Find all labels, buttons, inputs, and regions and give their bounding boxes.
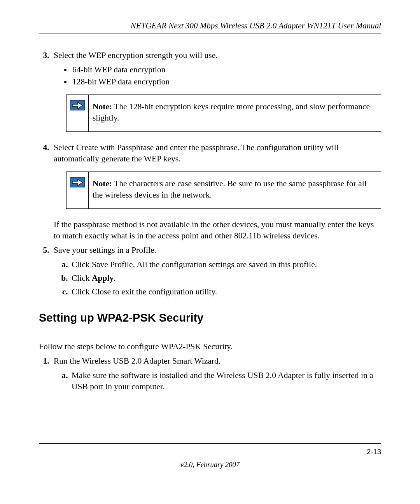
step-4-text: Select Create with Passphrase and enter … [54, 143, 339, 163]
step-5a: Click Save Profile. All the configuratio… [70, 259, 381, 270]
section-intro: Follow the steps below to configure WPA2… [39, 342, 381, 352]
note-box-1: Note: The 128-bit encryption keys requir… [66, 94, 381, 132]
sec-step-1-text: Run the Wireless USB 2.0 Adapter Smart W… [54, 356, 220, 366]
step-5c: Click Close to exit the configuration ut… [70, 286, 381, 298]
page: NETGEAR Next 300 Mbps Wireless USB 2.0 A… [0, 0, 420, 504]
note-2-label: Note: [93, 179, 112, 188]
step-3: Select the WEP encryption strength you w… [51, 50, 381, 132]
arrow-right-icon [70, 100, 85, 110]
note-1-text: Note: The 128-bit encryption keys requir… [89, 95, 381, 131]
page-header: NETGEAR Next 300 Mbps Wireless USB 2.0 A… [39, 21, 381, 33]
note-icon-cell [66, 95, 89, 131]
note-2-body: The characters are case sensitive. Be su… [93, 179, 367, 200]
svg-marker-0 [72, 102, 82, 108]
bullet-64bit: 64-bit WEP data encryption [72, 64, 381, 75]
step-4: Select Create with Passphrase and enter … [51, 142, 381, 242]
second-ordered-list: Run the Wireless USB 2.0 Adapter Smart W… [39, 355, 381, 392]
step-5-sublist: Click Save Profile. All the configuratio… [54, 259, 381, 298]
footer-version: v2.0, February 2007 [39, 461, 381, 469]
main-ordered-list: Select the WEP encryption strength you w… [39, 50, 381, 298]
note-icon-cell-2 [66, 172, 89, 208]
step-5b-prefix: Click [72, 273, 92, 283]
step-5-text: Save your settings in a Profile. [54, 245, 156, 255]
sec-step-1: Run the Wireless USB 2.0 Adapter Smart W… [51, 355, 381, 392]
section-heading-wpa2: Setting up WPA2-PSK Security [39, 312, 381, 326]
sec-step-1a: Make sure the software is installed and … [70, 370, 381, 392]
step-5b-bold: Apply [92, 273, 114, 283]
header-title: NETGEAR Next 300 Mbps Wireless USB 2.0 A… [131, 21, 381, 30]
sec-step-1-sublist: Make sure the software is installed and … [54, 370, 381, 392]
step-3-text: Select the WEP encryption strength you w… [54, 51, 218, 60]
bullet-128bit: 128-bit WEP data encryption [72, 76, 381, 88]
note-1-body: The 128-bit encryption keys require more… [93, 102, 370, 122]
step-5: Save your settings in a Profile. Click S… [51, 245, 381, 298]
note-2-text: Note: The characters are case sensitive.… [89, 172, 381, 208]
svg-marker-1 [72, 179, 82, 186]
step-5b: Click Apply. [70, 273, 381, 284]
step-3-bullets: 64-bit WEP data encryption 128-bit WEP d… [54, 64, 381, 88]
page-number: 2-13 [39, 448, 381, 456]
step-5b-suffix: . [114, 273, 116, 283]
page-footer: 2-13 v2.0, February 2007 [39, 443, 381, 469]
arrow-right-icon [70, 177, 85, 187]
note-box-2: Note: The characters are case sensitive.… [66, 172, 381, 209]
note-1-label: Note: [93, 102, 112, 111]
after-note-2-para: If the passphrase method is not availabl… [54, 219, 381, 242]
